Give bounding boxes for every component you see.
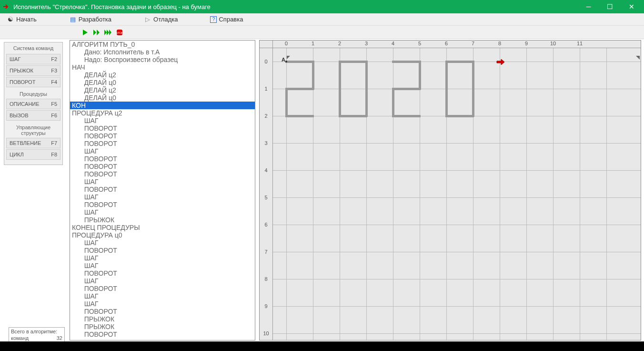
code-line-24[interactable]: КОНЕЦ ПРОЦЕДУРЫ xyxy=(70,224,255,231)
cmd-btn-2[interactable]: ПОВОРОТF4 xyxy=(6,77,60,87)
code-line-14[interactable]: ШАГ xyxy=(70,147,255,155)
status-count: 32 xyxy=(57,335,62,341)
code-line-27[interactable]: ПОВОРОТ xyxy=(70,247,255,254)
title-bar: Исполнитель "Стрелочка". Постановка зада… xyxy=(0,0,644,13)
code-line-2[interactable]: Надо: Воспроизвести образец xyxy=(70,56,255,63)
code-line-29[interactable]: ШАГ xyxy=(70,262,255,269)
structures-title: Управляющие структуры xyxy=(5,122,61,137)
start-point-label: А xyxy=(282,57,285,62)
fast-forward-icon[interactable] xyxy=(92,28,101,37)
code-line-5[interactable]: ДЕЛАЙ ц0 xyxy=(70,79,255,86)
code-line-22[interactable]: ШАГ xyxy=(70,208,255,216)
code-line-20[interactable]: ШАГ xyxy=(70,193,255,201)
menu-help[interactable]: ? Справка xyxy=(205,13,248,25)
menu-start-label: Начать xyxy=(16,16,37,23)
maximize-button[interactable]: ☐ xyxy=(599,0,621,13)
status-title: Всего в алгоритме: xyxy=(11,329,62,334)
menu-dev-label: Разработка xyxy=(79,16,111,23)
code-line-30[interactable]: ПОВОРОТ xyxy=(70,269,255,277)
code-line-3[interactable]: НАЧ xyxy=(70,63,255,71)
app-icon xyxy=(2,2,10,11)
status-box: Всего в алгоритме: команд 32 xyxy=(9,327,65,342)
window-title: Исполнитель "Стрелочка". Постановка зада… xyxy=(13,3,578,10)
code-line-18[interactable]: ШАГ xyxy=(70,178,255,186)
code-line-35[interactable]: ПОВОРОТ xyxy=(70,308,255,315)
code-editor[interactable]: АЛГОРИТМ ПУТЬ_0 Дано: Исполнитель в т.А … xyxy=(70,40,255,341)
code-line-13[interactable]: ПОВОРОТ xyxy=(70,140,255,147)
status-label: команд xyxy=(11,335,29,341)
code-line-38[interactable]: ПОВОРОТ xyxy=(70,330,255,338)
code-line-34[interactable]: ШАГ xyxy=(70,300,255,308)
menu-debug-label: Отладка xyxy=(153,16,178,23)
minimize-button[interactable]: ─ xyxy=(578,0,599,13)
code-line-15[interactable]: ПОВОРОТ xyxy=(70,155,255,163)
cmd-btn-1[interactable]: ПРЫЖОКF3 xyxy=(6,65,60,76)
struct-btn-0[interactable]: ВЕТВЛЕНИЕF7 xyxy=(6,138,60,148)
code-line-32[interactable]: ПОВОРОТ xyxy=(70,285,255,292)
run-toolbar: STOP xyxy=(0,26,644,39)
ruler-horizontal: 01234567891011 xyxy=(273,41,641,48)
code-line-1[interactable]: Дано: Исполнитель в т.А xyxy=(70,48,255,56)
skip-icon[interactable] xyxy=(104,28,112,37)
code-line-6[interactable]: ДЕЛАЙ ц2 xyxy=(70,86,255,94)
code-line-31[interactable]: ШАГ xyxy=(70,277,255,285)
struct-btn-1[interactable]: ЦИКЛF8 xyxy=(6,149,60,160)
code-line-0[interactable]: АЛГОРИТМ ПУТЬ_0 xyxy=(70,41,255,48)
document-icon: ▤ xyxy=(69,16,77,23)
code-line-8[interactable]: КОН xyxy=(70,102,255,109)
svg-text:STOP: STOP xyxy=(116,31,123,34)
code-line-16[interactable]: ПОВОРОТ xyxy=(70,163,255,170)
code-line-17[interactable]: ПОВОРОТ xyxy=(70,170,255,178)
play-icon[interactable] xyxy=(81,28,90,37)
menu-bar: ☯ Начать ▤ Разработка ▷ Отладка ? Справк… xyxy=(0,13,644,26)
code-line-25[interactable]: ПРОЦЕДУРА ц0 xyxy=(70,231,255,239)
code-panel: АЛГОРИТМ ПУТЬ_0 Дано: Исполнитель в т.А … xyxy=(70,40,255,341)
origin-marker-tr xyxy=(636,56,640,60)
code-line-4[interactable]: ДЕЛАЙ ц2 xyxy=(70,71,255,79)
code-line-10[interactable]: ШАГ xyxy=(70,117,255,124)
command-sidebar: Система команд ШАГF2ПРЫЖОКF3ПОВОРОТF4 Пр… xyxy=(0,39,67,341)
code-line-33[interactable]: ШАГ xyxy=(70,292,255,300)
play-outline-icon: ▷ xyxy=(144,16,151,23)
code-line-12[interactable]: ПОВОРОТ xyxy=(70,132,255,140)
status-strip xyxy=(0,341,644,351)
yin-yang-icon: ☯ xyxy=(7,16,14,23)
grid-canvas: А xyxy=(273,48,641,340)
proc-btn-1[interactable]: ВЫЗОВF6 xyxy=(6,110,60,121)
menu-start[interactable]: ☯ Начать xyxy=(2,13,41,25)
code-line-26[interactable]: ШАГ xyxy=(70,239,255,247)
procedures-title: Процедуры xyxy=(5,88,61,98)
code-line-19[interactable]: ПОВОРОТ xyxy=(70,186,255,193)
code-line-37[interactable]: ПРЫЖОК xyxy=(70,323,255,330)
code-line-23[interactable]: ПРЫЖОК xyxy=(70,216,255,224)
code-line-7[interactable]: ДЕЛАЙ ц0 xyxy=(70,94,255,102)
system-commands-title: Система команд xyxy=(5,44,61,53)
menu-debug[interactable]: ▷ Отладка xyxy=(139,13,182,25)
origin-marker-tl xyxy=(286,56,290,60)
turtle-arrow-icon xyxy=(496,59,505,67)
drawing-grid[interactable]: 01234567891011 012345678910 А xyxy=(259,40,641,341)
code-line-28[interactable]: ШАГ xyxy=(70,254,255,262)
ruler-vertical: 012345678910 xyxy=(260,48,273,340)
close-button[interactable]: ✕ xyxy=(621,0,642,13)
proc-btn-0[interactable]: ОПИСАНИЕF5 xyxy=(6,99,60,109)
stop-icon[interactable]: STOP xyxy=(115,28,124,37)
code-line-9[interactable]: ПРОЦЕДУРА ц2 xyxy=(70,109,255,117)
menu-help-label: Справка xyxy=(219,16,243,23)
code-line-36[interactable]: ПРЫЖОК xyxy=(70,315,255,323)
help-icon: ? xyxy=(210,16,217,23)
code-line-21[interactable]: ПОВОРОТ xyxy=(70,201,255,208)
grid-panel: 01234567891011 012345678910 А xyxy=(258,39,644,341)
ruler-corner xyxy=(260,41,273,48)
code-line-11[interactable]: ПОВОРОТ xyxy=(70,124,255,132)
menu-dev[interactable]: ▤ Разработка xyxy=(64,13,116,25)
cmd-btn-0[interactable]: ШАГF2 xyxy=(6,54,60,64)
